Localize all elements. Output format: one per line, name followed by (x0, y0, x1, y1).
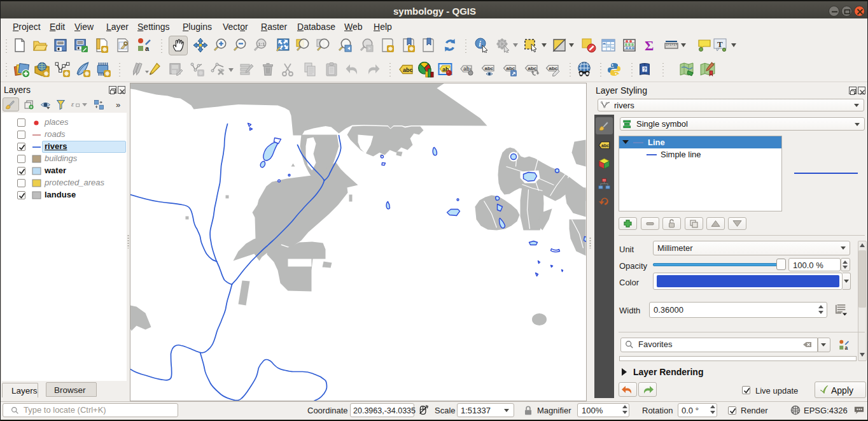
svg-text:ε: ε (71, 101, 74, 108)
svg-text:abc: abc (601, 143, 609, 148)
svg-text:a: a (845, 345, 848, 351)
